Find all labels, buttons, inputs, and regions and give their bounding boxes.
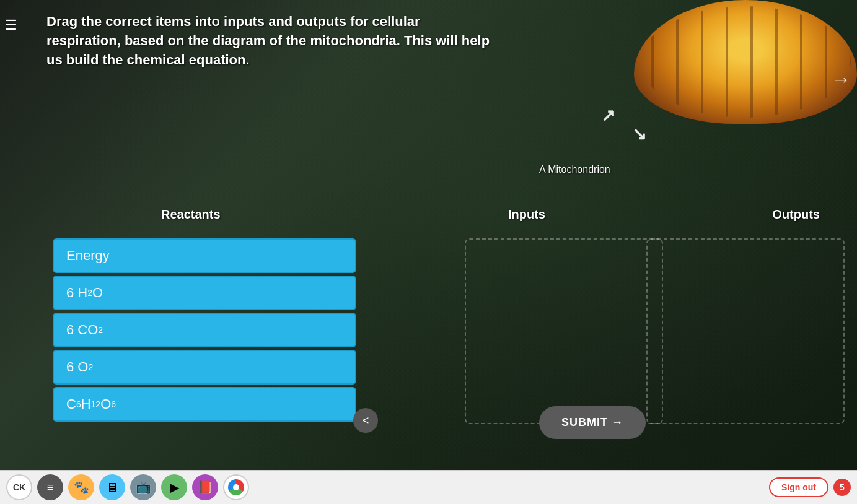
tv-symbol: 📺 (136, 480, 151, 495)
col-header-reactants: Reactants (161, 207, 221, 222)
submit-button[interactable]: SUBMIT → (539, 406, 646, 439)
reactants-list: Energy 6 H2O 6 CO2 6 O2 C6H12O6 (53, 238, 356, 422)
badge-count: 5 (840, 482, 845, 492)
reactant-glucose[interactable]: C6H12O6 (53, 387, 356, 422)
taskbar-paw-icon[interactable]: 🐾 (68, 474, 94, 500)
expand-arrow-bottomright[interactable]: ↘ (632, 124, 646, 144)
expand-arrow-topleft[interactable]: ↗ (601, 105, 615, 126)
paw-symbol: 🐾 (74, 480, 89, 495)
col-header-outputs: Outputs (772, 207, 820, 222)
monitor-symbol: 🖥 (106, 480, 118, 495)
menu-icon[interactable]: ☰ (5, 17, 17, 33)
inputs-drop-zone[interactable] (465, 238, 663, 424)
book-symbol: 📕 (198, 480, 213, 495)
mitochondria-image (634, 0, 857, 124)
taskbar-menu-icon[interactable]: ≡ (37, 474, 63, 500)
outputs-drop-zone[interactable] (646, 238, 845, 424)
mitochondrion-label: A Mitochondrion (539, 164, 610, 175)
collapse-button[interactable]: < (353, 408, 378, 433)
reactant-h2o[interactable]: 6 H2O (53, 276, 356, 310)
mitochondria-image-area (609, 0, 857, 136)
next-arrow[interactable]: → (831, 68, 851, 91)
instruction-area: Drag the correct items into inputs and o… (25, 12, 496, 69)
taskbar: CK ≡ 🐾 🖥 📺 ▶ 📕 Sign out 5 (0, 470, 857, 504)
taskbar-tv-icon[interactable]: 📺 (130, 474, 156, 500)
instruction-text: Drag the correct items into inputs and o… (46, 12, 496, 69)
reactant-o2[interactable]: 6 O2 (53, 350, 356, 385)
ck-label: CK (13, 482, 25, 492)
taskbar-play-icon[interactable]: ▶ (161, 474, 187, 500)
chrome-logo (228, 479, 244, 495)
col-header-inputs: Inputs (508, 207, 545, 222)
play-symbol: ▶ (170, 480, 179, 495)
submit-label: SUBMIT → (561, 416, 623, 429)
signout-button[interactable]: Sign out (769, 477, 828, 497)
menu-lines-icon: ≡ (47, 481, 54, 494)
collapse-icon: < (363, 414, 369, 427)
signout-label: Sign out (781, 482, 816, 492)
reactant-co2[interactable]: 6 CO2 (53, 313, 356, 347)
taskbar-book-icon[interactable]: 📕 (192, 474, 218, 500)
taskbar-badge: 5 (833, 479, 851, 496)
taskbar-monitor-icon[interactable]: 🖥 (99, 474, 125, 500)
taskbar-ck-icon[interactable]: CK (6, 474, 32, 500)
reactant-energy[interactable]: Energy (53, 238, 356, 273)
taskbar-chrome-icon[interactable] (223, 474, 249, 500)
